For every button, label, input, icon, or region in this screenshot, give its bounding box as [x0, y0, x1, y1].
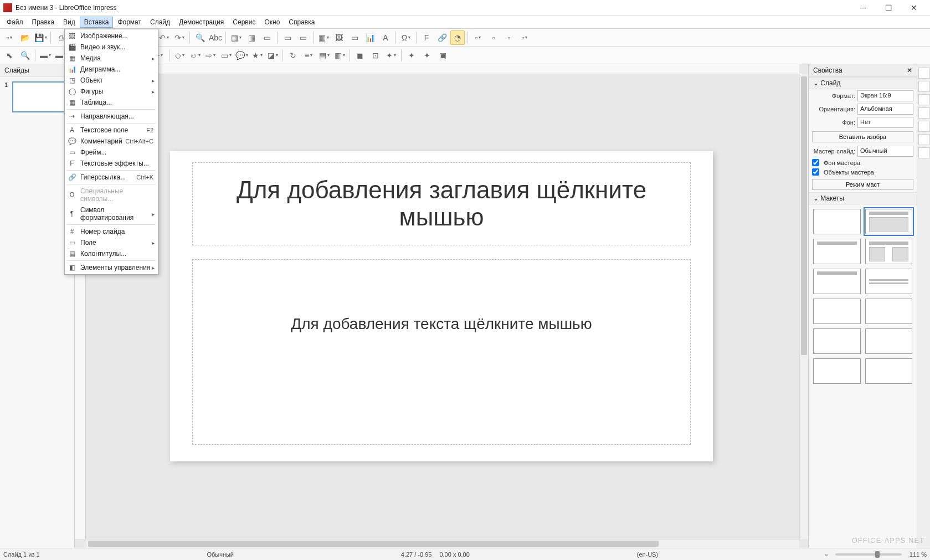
- undo-button[interactable]: ↶: [157, 30, 171, 45]
- slide-thumbnail[interactable]: 1: [4, 81, 70, 112]
- layout-blank[interactable]: [813, 209, 861, 234]
- layout-3[interactable]: [813, 269, 861, 294]
- new-slide-button[interactable]: ▫: [471, 30, 485, 45]
- sidebar-tab-master[interactable]: [918, 107, 929, 119]
- menu-item[interactable]: ◳Объект: [65, 75, 158, 86]
- orientation-select[interactable]: Альбомная: [857, 104, 913, 115]
- menu-item[interactable]: ▭Поле: [65, 237, 158, 248]
- save-button[interactable]: 💾: [33, 30, 48, 45]
- menu-file[interactable]: Файл: [2, 17, 28, 28]
- title-placeholder[interactable]: Для добавления заглавия щёлкните мышью: [192, 162, 691, 245]
- hyperlink-button[interactable]: 🔗: [435, 30, 449, 45]
- menu-item[interactable]: ⇢Направляющая...: [65, 111, 158, 122]
- gluepoints-tool[interactable]: ✦: [420, 48, 434, 63]
- format-select[interactable]: Экран 16:9: [857, 90, 913, 101]
- zoom-tool[interactable]: 🔍: [18, 48, 32, 63]
- layout-8[interactable]: [865, 328, 913, 354]
- sidebar-tab-gallery[interactable]: [918, 134, 929, 145]
- shadow-tool[interactable]: ◼: [353, 48, 367, 63]
- master-obj-checkbox[interactable]: [812, 168, 819, 176]
- menu-item[interactable]: ¶Символ форматирования: [65, 204, 158, 223]
- layout-10[interactable]: [865, 358, 913, 384]
- background-select[interactable]: Нет: [857, 117, 913, 128]
- crop-tool[interactable]: ⊡: [368, 48, 383, 63]
- show-draw-button[interactable]: ◔: [450, 30, 465, 45]
- menu-item[interactable]: 📊Диаграмма...: [65, 64, 158, 75]
- dup-slide-button[interactable]: ▫: [486, 30, 501, 45]
- menu-help[interactable]: Справка: [284, 17, 319, 28]
- menu-slide[interactable]: Слайд: [146, 17, 174, 28]
- content-placeholder[interactable]: Для добавления текста щёлкните мышью: [192, 259, 691, 445]
- del-slide-button[interactable]: ▫: [502, 30, 516, 45]
- menu-item[interactable]: ▦Медиа: [65, 53, 158, 64]
- sidebar-tab-styles[interactable]: [918, 121, 929, 132]
- redo-button[interactable]: ↷: [172, 30, 187, 45]
- layout-5[interactable]: [813, 299, 861, 324]
- horizontal-scrollbar[interactable]: [86, 539, 799, 548]
- menu-item[interactable]: ◧Элементы управления: [65, 262, 158, 273]
- sidebar-close-icon[interactable]: ✕: [907, 66, 912, 74]
- close-button[interactable]: ✕: [901, 0, 927, 16]
- stars-tool[interactable]: ★: [250, 48, 264, 63]
- master-slide-button[interactable]: ▭: [260, 30, 274, 45]
- menu-item[interactable]: ▭Фрейм...: [65, 147, 158, 158]
- extrusion-tool[interactable]: ▣: [435, 48, 450, 63]
- layout-title-content[interactable]: [865, 209, 913, 234]
- table-button[interactable]: ▦: [316, 30, 331, 45]
- menu-item[interactable]: 🎬Видео и звук...: [65, 42, 158, 53]
- layout-title-only[interactable]: [813, 239, 861, 264]
- distribute-tool[interactable]: ▥: [332, 48, 347, 63]
- menu-slideshow[interactable]: Демонстрация: [174, 17, 228, 28]
- layout-two-content[interactable]: [865, 239, 913, 264]
- start-beginning-button[interactable]: ▭: [280, 30, 295, 45]
- flowchart-tool[interactable]: ▭: [219, 48, 233, 63]
- insert-image-button[interactable]: Вставить изобра: [812, 131, 913, 142]
- line-color-button[interactable]: ▬: [38, 48, 53, 63]
- vertical-scrollbar[interactable]: [799, 74, 808, 539]
- display-views-button[interactable]: ▥: [244, 30, 259, 45]
- menu-window[interactable]: Окно: [260, 17, 284, 28]
- menu-item[interactable]: AТекстовое полеF2: [65, 125, 158, 136]
- textbox-button[interactable]: A: [378, 30, 393, 45]
- 3d-tool[interactable]: ◪: [265, 48, 280, 63]
- menu-item[interactable]: ◯Фигуры: [65, 86, 158, 97]
- fontwork-button[interactable]: F: [419, 30, 434, 45]
- slide-section-header[interactable]: Слайд: [809, 77, 917, 89]
- menu-tools[interactable]: Сервис: [228, 17, 260, 28]
- chart-button[interactable]: 📊: [363, 30, 377, 45]
- basic-shapes-tool[interactable]: ◇: [172, 48, 187, 63]
- menu-item[interactable]: 💬КомментарийCtrl+Alt+C: [65, 136, 158, 147]
- points-tool[interactable]: ✦: [404, 48, 419, 63]
- menu-item[interactable]: 🔗Гиперссылка...Ctrl+K: [65, 172, 158, 183]
- filter-tool[interactable]: ✦: [384, 48, 398, 63]
- maximize-button[interactable]: ☐: [876, 0, 901, 16]
- special-char-button[interactable]: Ω: [399, 30, 413, 45]
- block-arrows-tool[interactable]: ⇨: [203, 48, 218, 63]
- zoom-slider[interactable]: [835, 553, 902, 556]
- menu-item[interactable]: ▤Колонтитулы...: [65, 248, 158, 259]
- layout-9[interactable]: [813, 358, 861, 384]
- open-button[interactable]: 📂: [18, 30, 32, 45]
- symbol-shapes-tool[interactable]: ☺: [188, 48, 202, 63]
- fit-page-icon[interactable]: ▫: [825, 551, 828, 558]
- callouts-tool[interactable]: 💬: [234, 48, 249, 63]
- minimize-button[interactable]: ─: [850, 0, 876, 16]
- sidebar-tab-navigator[interactable]: [918, 147, 929, 158]
- start-current-button[interactable]: ▭: [296, 30, 310, 45]
- menu-item[interactable]: ▦Таблица...: [65, 97, 158, 108]
- menu-format[interactable]: Формат: [113, 17, 146, 28]
- image-button[interactable]: 🖼: [332, 30, 346, 45]
- layout-button[interactable]: ▫: [517, 30, 532, 45]
- menu-item[interactable]: 🖼Изображение...: [65, 30, 158, 42]
- layouts-section-header[interactable]: Макеты: [809, 192, 917, 204]
- master-bg-checkbox[interactable]: [812, 159, 819, 166]
- spellcheck-button[interactable]: Abc: [208, 30, 223, 45]
- layout-7[interactable]: [813, 328, 861, 354]
- sidebar-tab-animation[interactable]: [918, 94, 929, 105]
- master-mode-button[interactable]: Режим маст: [812, 179, 913, 190]
- master-select[interactable]: Обычный: [857, 146, 913, 157]
- sidebar-tab-transitions[interactable]: [918, 81, 929, 92]
- slide-canvas[interactable]: Для добавления заглавия щёлкните мышью Д…: [170, 151, 713, 461]
- menu-insert[interactable]: Вставка: [80, 17, 114, 28]
- menu-item[interactable]: FТекстовые эффекты...: [65, 158, 158, 169]
